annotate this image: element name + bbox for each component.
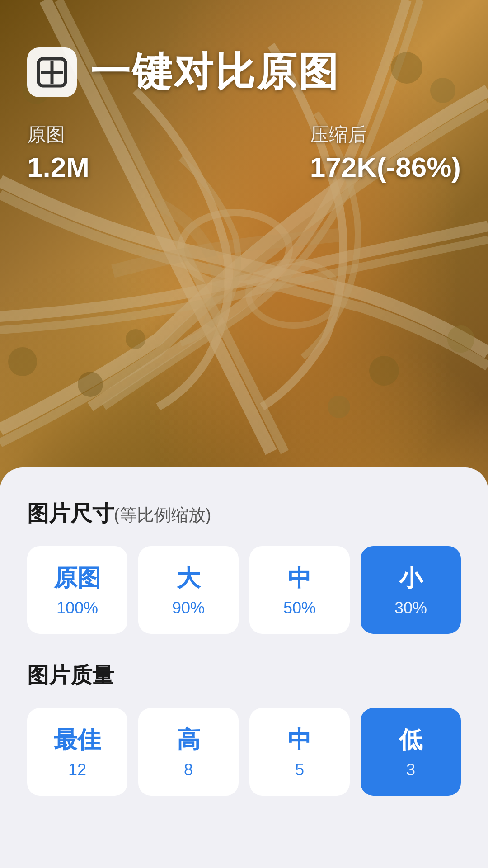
svg-point-7 [447, 326, 474, 353]
original-label: 原图 [27, 122, 89, 147]
quality-option-label-2: 中 [288, 724, 311, 756]
quality-option-1[interactable]: 高 8 [138, 708, 239, 796]
size-option-2[interactable]: 中 50% [249, 546, 350, 634]
quality-section-title: 图片质量 [27, 661, 461, 690]
quality-option-value-3: 3 [406, 760, 415, 779]
quality-option-2[interactable]: 中 5 [249, 708, 350, 796]
quality-option-label-0: 最佳 [54, 724, 101, 756]
size-option-3[interactable]: 小 30% [361, 546, 461, 634]
svg-point-6 [8, 347, 37, 376]
quality-option-label-3: 低 [399, 724, 422, 756]
size-option-value-3: 30% [394, 599, 427, 618]
quality-option-value-2: 5 [295, 760, 304, 779]
page-title: 一键对比原图 [90, 45, 340, 99]
size-option-label-3: 小 [399, 562, 422, 594]
quality-option-value-1: 8 [184, 760, 193, 779]
header: 一键对比原图 [27, 45, 461, 99]
size-section-title: 图片尺寸(等比例缩放) [27, 499, 461, 528]
compressed-value: 172K(-86%) [310, 151, 461, 183]
svg-point-9 [369, 356, 399, 386]
stats-row: 原图 1.2M 压缩后 172K(-86%) [27, 122, 461, 183]
quality-option-label-1: 高 [177, 724, 200, 756]
app-icon [27, 47, 77, 97]
compare-icon [36, 57, 68, 88]
quality-option-value-0: 12 [68, 760, 86, 779]
compressed-label: 压缩后 [310, 122, 461, 147]
quality-option-0[interactable]: 最佳 12 [27, 708, 127, 796]
svg-point-10 [328, 396, 350, 418]
compressed-stat: 压缩后 172K(-86%) [310, 122, 461, 183]
size-option-value-1: 90% [172, 599, 205, 618]
size-options-grid: 原图 100% 大 90% 中 50% 小 30% [27, 546, 461, 634]
size-option-0[interactable]: 原图 100% [27, 546, 127, 634]
size-option-value-0: 100% [56, 599, 98, 618]
size-option-value-2: 50% [283, 599, 316, 618]
bottom-panel: 图片尺寸(等比例缩放) 原图 100% 大 90% 中 50% 小 30% 图片… [0, 467, 488, 868]
size-option-label-1: 大 [177, 562, 200, 594]
size-option-label-0: 原图 [54, 562, 101, 594]
svg-point-11 [126, 329, 145, 349]
original-value: 1.2M [27, 151, 89, 183]
svg-point-8 [78, 372, 103, 397]
quality-options-grid: 最佳 12 高 8 中 5 低 3 [27, 708, 461, 796]
size-option-1[interactable]: 大 90% [138, 546, 239, 634]
original-stat: 原图 1.2M [27, 122, 89, 183]
quality-option-3[interactable]: 低 3 [361, 708, 461, 796]
size-option-label-2: 中 [288, 562, 311, 594]
